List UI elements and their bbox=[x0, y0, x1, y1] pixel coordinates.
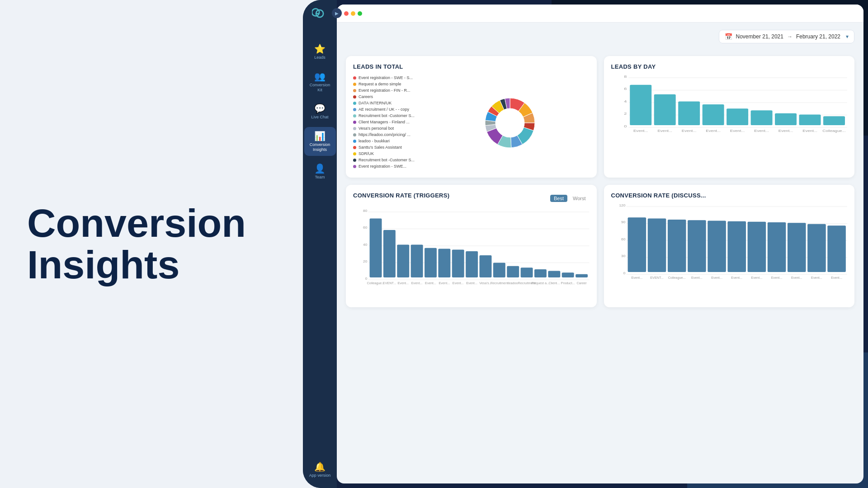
app-logo[interactable] bbox=[309, 5, 331, 23]
toggle-worst[interactable]: Worst bbox=[569, 195, 590, 202]
svg-rect-101 bbox=[807, 224, 826, 272]
svg-text:Event...: Event... bbox=[811, 276, 822, 280]
toggle-best[interactable]: Best bbox=[550, 195, 567, 202]
donut-chart bbox=[431, 75, 590, 170]
sidebar-item-conversion-kit[interactable]: 👥 ConversionKit bbox=[304, 67, 336, 96]
svg-rect-47 bbox=[411, 245, 423, 278]
svg-text:0: 0 bbox=[623, 271, 625, 275]
svg-text:Colleague...: Colleague... bbox=[822, 129, 845, 132]
svg-rect-59 bbox=[493, 263, 505, 277]
svg-rect-53 bbox=[452, 249, 464, 277]
legend-item: Client Managers - Finland ... bbox=[353, 120, 425, 124]
sidebar-item-team-label: Team bbox=[315, 175, 325, 180]
svg-rect-51 bbox=[438, 249, 450, 277]
svg-text:Event...: Event... bbox=[411, 282, 423, 285]
svg-text:Event...: Event... bbox=[731, 276, 742, 280]
svg-rect-41 bbox=[370, 219, 382, 278]
leads-by-day-chart: 86420Event...Event...Event...Event...Eve… bbox=[611, 75, 848, 148]
svg-text:80: 80 bbox=[363, 210, 368, 213]
legend-item: Event registration - SWE - S... bbox=[353, 75, 425, 80]
svg-rect-25 bbox=[775, 113, 797, 125]
svg-text:0: 0 bbox=[624, 124, 627, 128]
svg-rect-103 bbox=[827, 225, 846, 272]
leads-legend: Event registration - SWE - S...Request a… bbox=[353, 75, 425, 170]
main-content: 📅 November 21, 2021 → February 21, 2022 … bbox=[337, 5, 863, 483]
svg-rect-61 bbox=[507, 266, 519, 277]
legend-item: Careers bbox=[353, 94, 425, 99]
svg-text:Event...: Event... bbox=[681, 129, 696, 132]
svg-rect-57 bbox=[480, 255, 492, 277]
svg-text:30: 30 bbox=[621, 254, 626, 258]
conversion-triggers-header: CONVERSION RATE (TRIGGERS) Best Worst bbox=[353, 192, 590, 204]
svg-rect-55 bbox=[466, 251, 478, 277]
app-version-label: App version bbox=[309, 473, 331, 478]
window-maximize-dot bbox=[358, 11, 362, 16]
svg-text:EVENT...: EVENT... bbox=[383, 282, 396, 285]
legend-item: Event registration - SWE... bbox=[353, 164, 425, 169]
hero-section: Conversion Insights bbox=[0, 0, 303, 488]
svg-text:20: 20 bbox=[363, 260, 368, 264]
svg-rect-93 bbox=[727, 221, 746, 272]
legend-item: Recruitment bot -Customer S... bbox=[353, 113, 425, 118]
svg-text:60: 60 bbox=[621, 237, 626, 241]
date-filter[interactable]: 📅 November 21, 2021 → February 21, 2022 … bbox=[719, 30, 854, 43]
svg-rect-21 bbox=[726, 108, 748, 125]
leads-icon: ⭐ bbox=[314, 43, 326, 54]
svg-rect-13 bbox=[630, 85, 651, 125]
svg-text:0: 0 bbox=[365, 277, 368, 281]
svg-rect-49 bbox=[425, 248, 437, 277]
svg-text:Event...: Event... bbox=[754, 129, 769, 132]
svg-text:leadoo: leadoo bbox=[508, 282, 518, 285]
svg-text:Event...: Event... bbox=[439, 282, 450, 285]
window-header-bar bbox=[337, 5, 863, 23]
sidebar-item-leads[interactable]: ⭐ Leads bbox=[304, 40, 336, 64]
content-inner: 📅 November 21, 2021 → February 21, 2022 … bbox=[337, 5, 863, 483]
window-close-dot bbox=[344, 11, 349, 16]
svg-rect-89 bbox=[688, 220, 706, 272]
sidebar-item-leads-label: Leads bbox=[314, 55, 326, 60]
svg-text:Event...: Event... bbox=[425, 282, 436, 285]
svg-text:EVENT...: EVENT... bbox=[650, 276, 664, 280]
conversion-triggers-card: CONVERSION RATE (TRIGGERS) Best Worst 80… bbox=[346, 185, 597, 307]
svg-text:Event...: Event... bbox=[730, 129, 745, 132]
svg-text:Event...: Event... bbox=[751, 276, 762, 280]
svg-text:Event...: Event... bbox=[633, 129, 648, 132]
svg-rect-95 bbox=[747, 222, 766, 272]
sidebar-bottom: 🔔 App version bbox=[304, 458, 336, 483]
svg-rect-91 bbox=[708, 221, 726, 272]
svg-rect-87 bbox=[667, 220, 686, 272]
svg-rect-71 bbox=[576, 274, 588, 277]
svg-text:Event...: Event... bbox=[453, 282, 464, 285]
sidebar-item-live-chat[interactable]: 💬 Live Chat bbox=[304, 99, 336, 123]
svg-text:Client...: Client... bbox=[548, 282, 560, 285]
conversion-triggers-toggle[interactable]: Best Worst bbox=[550, 195, 590, 202]
sidebar-expand-button[interactable]: ▶ bbox=[332, 8, 342, 18]
legend-item: AE recruitment / UK - - copy bbox=[353, 107, 425, 112]
svg-text:Event...: Event... bbox=[691, 276, 703, 280]
svg-rect-19 bbox=[702, 104, 724, 125]
window-minimize-dot bbox=[351, 11, 355, 16]
live-chat-icon: 💬 bbox=[314, 103, 326, 114]
conversion-triggers-title: CONVERSION RATE (TRIGGERS) bbox=[353, 192, 449, 199]
sidebar-item-notifications[interactable]: 🔔 App version bbox=[304, 458, 336, 482]
window-dots bbox=[344, 11, 362, 16]
svg-rect-43 bbox=[383, 230, 396, 277]
conversion-discuss-card: CONVERSION RATE (DISCUSS... 1209060300Ev… bbox=[604, 185, 855, 307]
team-icon: 👤 bbox=[314, 163, 326, 174]
sidebar-item-live-chat-label: Live Chat bbox=[311, 115, 328, 120]
legend-item: DATA INTERN/UK bbox=[353, 101, 425, 105]
legend-item: Request a demo simple bbox=[353, 82, 425, 86]
svg-text:120: 120 bbox=[619, 204, 625, 207]
svg-rect-27 bbox=[799, 114, 821, 125]
sidebar-item-team[interactable]: 👤 Team bbox=[304, 160, 336, 183]
leads-total-card: LEADS IN TOTAL Event registration - SWE … bbox=[346, 56, 597, 178]
svg-rect-23 bbox=[750, 110, 772, 125]
sidebar-item-conversion-insights[interactable]: 📊 ConversionInsights bbox=[304, 127, 336, 156]
legend-item: Recruitment bot -Customer S... bbox=[353, 158, 425, 162]
svg-rect-65 bbox=[534, 269, 547, 277]
conversion-discuss-title: CONVERSION RATE (DISCUSS... bbox=[611, 192, 848, 199]
svg-rect-15 bbox=[654, 94, 675, 125]
svg-rect-69 bbox=[562, 272, 574, 277]
legend-item: Event registration - FIN - R... bbox=[353, 88, 425, 93]
sidebar-item-conversion-insights-label: ConversionInsights bbox=[310, 142, 330, 152]
